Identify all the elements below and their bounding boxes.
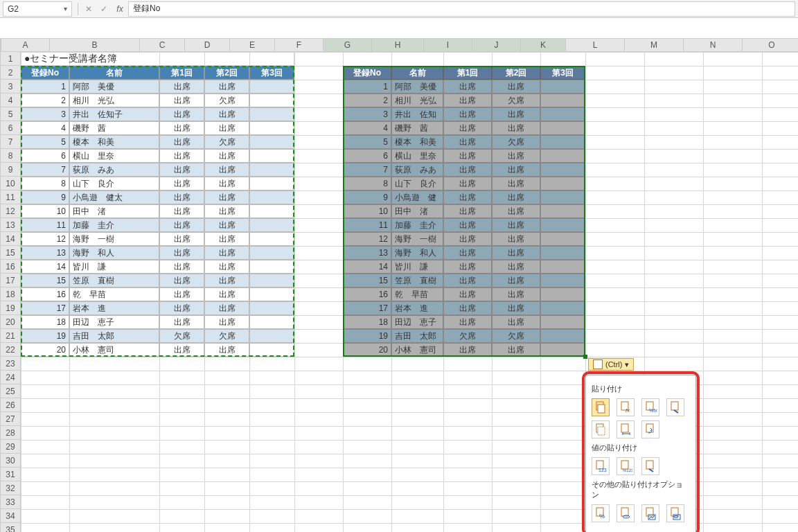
cell[interactable]: 出席 (492, 107, 540, 121)
row-header-15[interactable]: 15 (0, 246, 21, 260)
cell[interactable]: 2 (343, 94, 391, 107)
cell[interactable]: 11 (21, 218, 69, 232)
cell[interactable]: 皆川 謙 (391, 260, 443, 274)
cell[interactable]: 19 (343, 329, 391, 343)
column-header-M[interactable]: M (625, 38, 684, 52)
cell[interactable]: 8 (343, 177, 391, 190)
cell[interactable] (249, 301, 294, 315)
column-header-C[interactable]: C (140, 38, 185, 52)
cell[interactable]: 田辺 恵子 (391, 315, 443, 329)
paste-transpose-button[interactable] (641, 420, 659, 438)
cell[interactable]: 出席 (159, 343, 204, 357)
cell[interactable]: 6 (21, 149, 69, 163)
cell[interactable]: 出席 (159, 135, 204, 149)
cell[interactable]: 岩本 進 (391, 301, 443, 315)
column-header-I[interactable]: I (424, 38, 472, 52)
cell[interactable]: 1 (343, 80, 391, 94)
cell[interactable]: 第2回 (204, 66, 249, 80)
cell[interactable]: 10 (21, 204, 69, 218)
cell[interactable]: 荻原 みあ (391, 163, 443, 177)
cell[interactable]: 出席 (204, 274, 249, 287)
cell[interactable] (540, 260, 585, 274)
cell[interactable]: 出席 (204, 190, 249, 204)
column-header-O[interactable]: O (743, 38, 798, 52)
cell[interactable]: 出席 (443, 121, 492, 135)
cell[interactable]: 第3回 (249, 66, 294, 80)
cell[interactable]: 出席 (159, 121, 204, 135)
cell[interactable]: 出席 (492, 315, 540, 329)
paste-keep-source-formatting-button[interactable] (666, 398, 684, 416)
cell[interactable] (249, 204, 294, 218)
cell[interactable]: 出席 (443, 135, 492, 149)
paste-keep-column-widths-button[interactable] (617, 420, 635, 438)
cell[interactable]: 出席 (443, 287, 492, 301)
cell[interactable]: 田中 渚 (391, 204, 443, 218)
cell[interactable]: 出席 (204, 218, 249, 232)
fx-icon[interactable]: fx (112, 4, 128, 14)
cell[interactable]: 20 (21, 343, 69, 357)
cell[interactable]: 出席 (443, 163, 492, 177)
cell[interactable] (249, 329, 294, 343)
column-header-K[interactable]: K (521, 38, 566, 52)
cell[interactable] (249, 135, 294, 149)
cell[interactable] (249, 107, 294, 121)
cell[interactable]: 出席 (492, 343, 540, 357)
row-header-5[interactable]: 5 (0, 107, 21, 121)
column-header-F[interactable]: F (275, 38, 323, 52)
column-header-G[interactable]: G (323, 38, 372, 52)
title-cell[interactable]: ●セミナー受講者名簿 (21, 52, 294, 66)
cell[interactable]: 出席 (204, 163, 249, 177)
cell[interactable] (249, 177, 294, 190)
cell[interactable]: 出席 (159, 260, 204, 274)
row-header-23[interactable]: 23 (0, 357, 21, 371)
cell[interactable]: 出席 (443, 177, 492, 190)
cell[interactable]: 7 (21, 163, 69, 177)
cell[interactable]: 出席 (492, 301, 540, 315)
row-header-19[interactable]: 19 (0, 301, 21, 315)
cell[interactable]: 16 (343, 287, 391, 301)
cell[interactable]: 出席 (443, 94, 492, 107)
cell[interactable] (540, 121, 585, 135)
cell[interactable]: 18 (21, 315, 69, 329)
row-header-4[interactable]: 4 (0, 94, 21, 107)
cell[interactable]: 17 (343, 301, 391, 315)
cell[interactable]: 出席 (443, 232, 492, 246)
cell[interactable]: 欠席 (492, 94, 540, 107)
cell[interactable]: 小林 憲司 (391, 343, 443, 357)
cell[interactable]: 出席 (204, 301, 249, 315)
cell[interactable] (249, 343, 294, 357)
cell[interactable]: 出席 (204, 204, 249, 218)
row-header-2[interactable]: 2 (0, 66, 21, 80)
cell[interactable] (540, 163, 585, 177)
cell[interactable]: 出席 (159, 315, 204, 329)
cell[interactable]: 榎本 和美 (391, 135, 443, 149)
cell[interactable]: 相川 光弘 (69, 94, 159, 107)
paste-values-source-formatting-button[interactable] (641, 457, 659, 475)
cell[interactable]: 5 (343, 135, 391, 149)
cell[interactable]: 海野 和人 (69, 246, 159, 260)
cell[interactable] (540, 274, 585, 287)
row-header-24[interactable]: 24 (0, 371, 21, 384)
cell[interactable]: 15 (21, 274, 69, 287)
paste-all-button[interactable] (592, 398, 610, 416)
name-box[interactable]: G2 ▾ (3, 1, 72, 17)
cell[interactable]: 出席 (204, 232, 249, 246)
cell[interactable]: 出席 (492, 218, 540, 232)
cell[interactable]: 田中 渚 (69, 204, 159, 218)
cell[interactable]: 出席 (204, 260, 249, 274)
fill-handle[interactable] (583, 355, 587, 359)
row-header-13[interactable]: 13 (0, 218, 21, 232)
cell[interactable]: 第3回 (540, 66, 585, 80)
cell[interactable] (540, 149, 585, 163)
row-header-10[interactable]: 10 (0, 177, 21, 190)
row-header-25[interactable]: 25 (0, 384, 21, 398)
cell[interactable] (249, 121, 294, 135)
cell[interactable]: 2 (21, 94, 69, 107)
cell[interactable]: 出席 (204, 149, 249, 163)
cell[interactable]: 出席 (443, 218, 492, 232)
paste-values-button[interactable]: 123 (592, 457, 610, 475)
cell[interactable]: 9 (21, 190, 69, 204)
cell[interactable]: 欠席 (204, 329, 249, 343)
cell[interactable]: 7 (343, 163, 391, 177)
cell[interactable]: 14 (343, 260, 391, 274)
